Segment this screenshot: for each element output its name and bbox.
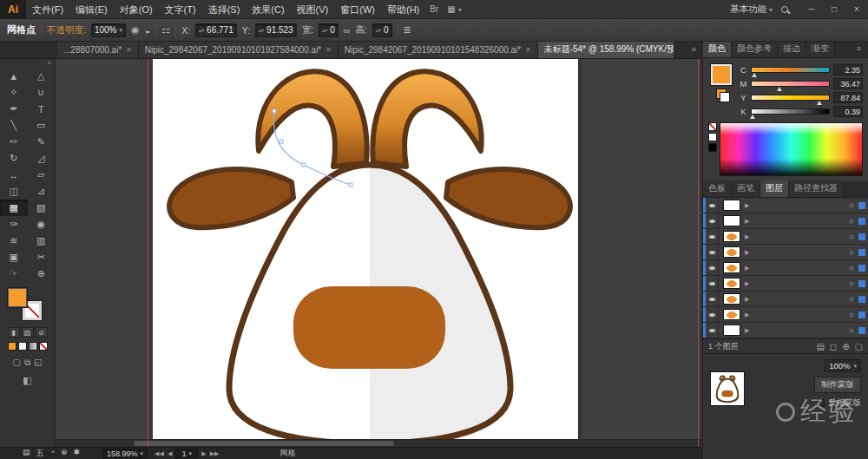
horizontal-scrollbar[interactable] [56, 439, 701, 447]
zoom-level-dropdown[interactable]: 158.99%▾ [102, 449, 148, 458]
canvas-area[interactable] [56, 59, 701, 447]
cow-illustration[interactable] [169, 71, 570, 447]
menu-item[interactable]: 帮助(H) [381, 0, 425, 19]
close-tab-icon[interactable]: × [126, 44, 131, 55]
width-tool[interactable]: ↔ [0, 167, 28, 183]
swatch-orange[interactable] [8, 342, 16, 351]
panel-tab[interactable]: 画笔 [732, 180, 760, 197]
control-panel-menu-icon[interactable]: ≣ [404, 24, 411, 36]
layer-target-icon[interactable]: ○ [850, 279, 854, 288]
hand-tool[interactable]: ☞ [0, 266, 28, 282]
direct-selection-tool[interactable]: △ [28, 68, 56, 84]
cow-nose[interactable] [293, 286, 445, 369]
layer-thumbnail[interactable] [723, 325, 740, 336]
make-mask-button[interactable]: 制作蒙版 [814, 377, 861, 393]
slider-track[interactable] [751, 108, 830, 115]
selection-color-chip[interactable] [858, 280, 865, 287]
ime-keyboard-icon[interactable]: ▤ [23, 448, 30, 459]
document-tab[interactable]: ...28807000.ai* × [57, 41, 139, 58]
visibility-toggle[interactable] [706, 323, 719, 338]
swatch-gradient[interactable] [29, 342, 37, 351]
expand-icon[interactable]: ▶ [745, 280, 749, 287]
last-artboard-icon[interactable]: ▶▶ [210, 450, 220, 457]
magic-wand-tool[interactable]: ✧ [0, 84, 28, 101]
prev-artboard-icon[interactable]: ◀ [168, 450, 172, 457]
document-tab[interactable]: Nipic_29842067_20190910101548326000.ai* … [339, 41, 538, 58]
visibility-toggle[interactable] [706, 198, 719, 213]
scale-tool[interactable]: ◿ [28, 150, 56, 167]
pencil-tool[interactable]: ✎ [28, 134, 56, 150]
arrange-documents-icon[interactable]: ▦▾ [447, 4, 461, 14]
layer-row[interactable]: ▶ ○ [703, 323, 868, 338]
slider-track[interactable] [751, 81, 830, 87]
layer-row[interactable]: ▶ ○ [703, 307, 868, 323]
x-field[interactable]: ▴▾66.771 [195, 23, 237, 37]
expand-icon[interactable]: ▶ [745, 249, 749, 256]
cow-horn-left[interactable] [258, 71, 366, 167]
selection-color-chip[interactable] [858, 296, 865, 303]
swatch-none[interactable] [39, 342, 48, 351]
cow-ear-right[interactable] [446, 169, 570, 227]
layer-target-icon[interactable]: ○ [850, 311, 854, 319]
paintbrush-tool[interactable]: ✏ [0, 134, 28, 150]
visibility-toggle[interactable] [706, 276, 719, 291]
column-graph-tool[interactable]: ▥ [28, 233, 56, 249]
none-mode-button[interactable]: ⊘ [36, 327, 48, 338]
delete-layer-button[interactable]: ▢ [855, 342, 863, 351]
layer-thumbnail[interactable] [723, 231, 740, 242]
draw-behind-icon[interactable]: ⧉ [24, 357, 30, 368]
expand-icon[interactable]: ▶ [745, 327, 749, 334]
layer-row[interactable]: ▶ ○ [703, 276, 868, 292]
ime-settings-icon[interactable]: ✱ [74, 448, 81, 459]
menu-item[interactable]: 效果(C) [246, 0, 290, 19]
panel-tab[interactable]: 颜色参考 [732, 41, 778, 57]
slider-knob[interactable] [777, 87, 782, 91]
collapse-toolbar-icon[interactable]: » [0, 59, 55, 68]
visibility-toggle[interactable] [706, 245, 719, 259]
close-tab-icon[interactable]: × [326, 44, 331, 55]
slider-track[interactable] [751, 67, 830, 73]
minimize-button[interactable]: ─ [800, 0, 823, 19]
symbol-sprayer-tool[interactable]: ≋ [0, 233, 28, 249]
menu-item[interactable]: 窗口(W) [334, 0, 381, 19]
selection-color-chip[interactable] [858, 249, 865, 256]
panel-tab[interactable]: 图层 [760, 180, 789, 197]
ime-mode-indicator[interactable]: 五 [36, 448, 44, 459]
color-mode-button[interactable]: ▮ [8, 327, 20, 338]
selection-tool[interactable]: ▲ [0, 68, 28, 84]
layer-target-icon[interactable]: ○ [850, 248, 854, 257]
slider-knob[interactable] [817, 101, 822, 105]
selection-color-chip[interactable] [858, 311, 865, 318]
document-tab[interactable]: Nipic_29842067_20190910101927584000.ai* … [139, 41, 339, 58]
layer-thumbnail[interactable] [723, 309, 740, 320]
bridge-icon[interactable]: Br [430, 4, 438, 14]
pen-tool[interactable]: ✒ [0, 101, 28, 117]
artboard-tool[interactable]: ▣ [0, 249, 28, 266]
app-logo-icon[interactable]: Ai [0, 0, 26, 19]
free-transform-tool[interactable]: ▱ [28, 167, 56, 183]
layer-thumbnail[interactable] [723, 293, 740, 305]
gradient-tool[interactable]: ▧ [28, 200, 56, 216]
channel-value-field[interactable]: 87.84 [833, 92, 863, 103]
restore-button[interactable]: □ [823, 0, 845, 19]
zoom-tool[interactable]: ⊕ [28, 266, 56, 282]
channel-value-field[interactable]: 36.47 [833, 78, 863, 89]
visibility-toggle[interactable] [706, 292, 719, 306]
panel-tab[interactable]: 色板 [703, 180, 732, 197]
new-layer-button[interactable]: ⊕ [842, 342, 849, 351]
layer-thumbnail[interactable] [723, 278, 740, 289]
cow-ear-left[interactable] [169, 169, 293, 227]
black-swatch[interactable] [708, 143, 717, 152]
swatch-white[interactable] [18, 342, 27, 351]
menu-item[interactable]: 对象(O) [114, 0, 159, 19]
first-artboard-icon[interactable]: ◀◀ [155, 450, 164, 457]
slider-track[interactable] [751, 95, 830, 101]
selection-color-chip[interactable] [858, 218, 865, 225]
blend-tool[interactable]: ◉ [28, 216, 56, 233]
workspace-switcher[interactable]: 基本功能▾ [730, 3, 773, 16]
artboard-number-dropdown[interactable]: 1▾ [175, 449, 198, 458]
menu-item[interactable]: 文件(F) [26, 0, 69, 19]
shape-builder-tool[interactable]: ◫ [0, 183, 28, 200]
line-segment-tool[interactable]: ╲ [0, 117, 28, 134]
y-field[interactable]: ▴▾91.523 [255, 23, 297, 37]
